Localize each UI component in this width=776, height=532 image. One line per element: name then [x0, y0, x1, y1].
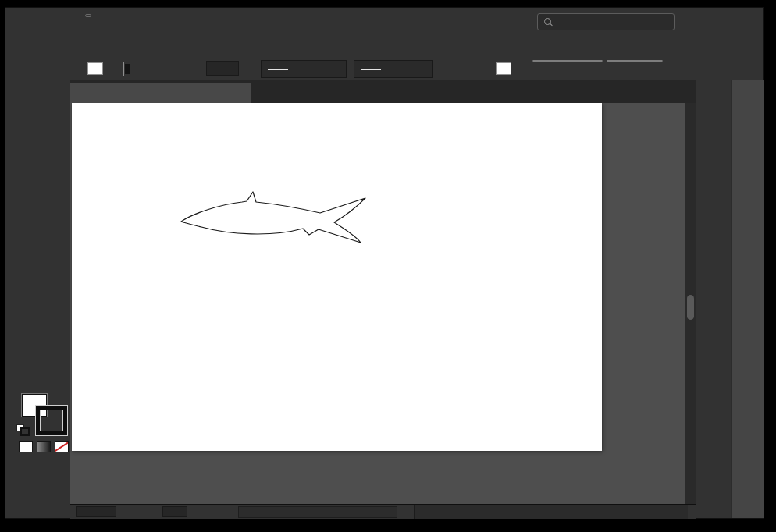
- none-slash-icon: [55, 441, 69, 452]
- default-stroke-mini-icon[interactable]: [20, 427, 30, 436]
- scroll-down-icon[interactable]: [685, 494, 696, 504]
- dock-icon-column: [696, 80, 731, 518]
- scroll-up-icon[interactable]: [685, 103, 696, 113]
- search-icon: [544, 18, 551, 25]
- width-profile-preview: [268, 69, 288, 70]
- libraries-dock-strip: [731, 80, 764, 518]
- artboard-number-field[interactable]: [162, 506, 187, 517]
- vertical-scrollbar[interactable]: [685, 103, 696, 504]
- preferences-button[interactable]: [607, 60, 663, 62]
- menu-bar: [5, 34, 776, 55]
- stroke-color-swatch[interactable]: [123, 62, 124, 76]
- color-mode-button[interactable]: [19, 441, 33, 452]
- right-panel-dock: [696, 80, 764, 518]
- document-setup-button[interactable]: [532, 60, 603, 62]
- stroke-swatch[interactable]: [36, 406, 67, 435]
- brush-preview: [361, 69, 381, 70]
- width-profile-dropdown[interactable]: [261, 60, 347, 78]
- fish-artwork[interactable]: [178, 190, 373, 247]
- control-bar: [5, 55, 763, 82]
- document-tab-bar: [70, 80, 696, 104]
- paint-mode-buttons: [19, 441, 69, 452]
- title-bar: [5, 8, 763, 34]
- tools-panel: [5, 80, 70, 518]
- none-mode-button[interactable]: [55, 441, 69, 452]
- status-bar: [70, 504, 696, 519]
- desktop-background: { "titlebar": { "app_logo": "Ai", "bridg…: [0, 0, 776, 532]
- brush-definition-dropdown[interactable]: [354, 60, 433, 78]
- fill-color-swatch[interactable]: [87, 62, 103, 75]
- zoom-level-field[interactable]: [76, 506, 116, 517]
- document-tab[interactable]: [70, 83, 251, 103]
- stock-launcher[interactable]: [85, 14, 91, 17]
- horizontal-scrollbar[interactable]: [414, 505, 688, 519]
- canvas-viewport[interactable]: [70, 103, 696, 504]
- style-swatch[interactable]: [496, 62, 511, 75]
- artboard[interactable]: [72, 103, 602, 451]
- stroke-weight-field[interactable]: [206, 61, 239, 76]
- vertical-scrollbar-thumb[interactable]: [687, 295, 694, 320]
- status-display[interactable]: [238, 506, 397, 518]
- adobe-stock-search-input[interactable]: [537, 13, 675, 30]
- gradient-mode-button[interactable]: [37, 441, 51, 452]
- illustrator-window: [5, 8, 763, 518]
